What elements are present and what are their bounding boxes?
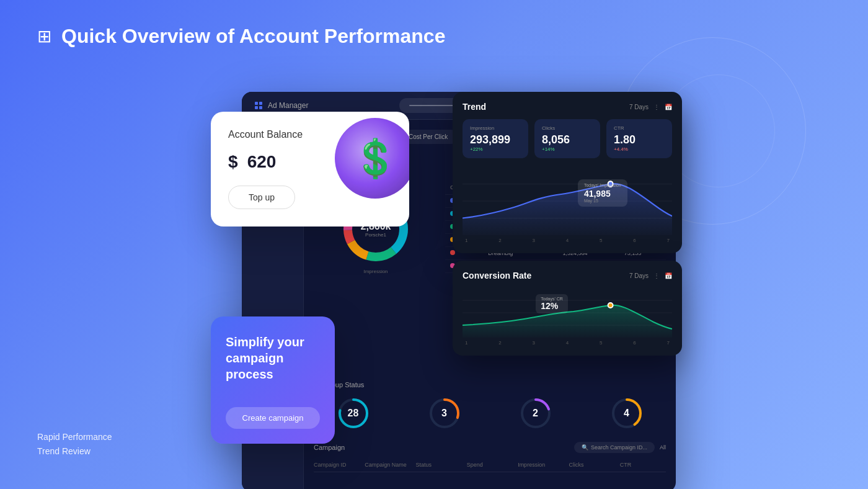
ad-manager-icon (254, 101, 263, 110)
campaign-section-title: Campaign (314, 444, 345, 451)
ctr-change: +4.4% (614, 146, 665, 152)
impression-label: Impression (470, 125, 521, 131)
page-header: ⊞ Quick Overview of Account Performance (37, 25, 445, 48)
svg-rect-1 (259, 102, 262, 105)
trend-card: Trend 7 Days ⋮ 📅 Impression 293,899 +22%… (453, 92, 682, 253)
calendar-icon[interactable]: 📅 (665, 104, 672, 110)
clicks-label: Clicks (542, 125, 593, 131)
conversion-more-icon[interactable]: ⋮ (653, 272, 660, 279)
conversion-x-labels: 1 2 3 4 5 6 7 (463, 340, 672, 346)
metric-impression: Impression 293,899 +22% (463, 119, 528, 158)
tooltip-date: May 15 (584, 199, 621, 203)
more-options-icon[interactable]: ⋮ (653, 104, 660, 110)
campaign-col-6: CTR (620, 462, 666, 468)
campaign-section-header: Campaign 🔍 Search Campaign ID... All (314, 442, 666, 453)
balance-value: 620 (247, 152, 277, 171)
campaign-promo-title: Simplify your campaign process (226, 334, 320, 382)
conversion-tooltip-value: 12% (541, 301, 563, 311)
campaign-col-1: Campaign Name (365, 462, 410, 468)
grid-icon: ⊞ (37, 26, 51, 47)
balance-currency: $ (228, 152, 238, 171)
metric-clicks: Clicks 8,056 +14% (534, 119, 600, 158)
conversion-title: Conversion Rate (463, 271, 531, 280)
campaign-col-3: Spend (467, 462, 513, 468)
tooltip-label: Todays' Impression (584, 183, 621, 187)
x-label-7: 7 (667, 238, 670, 243)
trend-controls: 7 Days ⋮ 📅 (629, 104, 672, 110)
impression-value: 293,899 (470, 133, 521, 146)
search-placeholder: Search Campaign ID... (591, 444, 647, 451)
conversion-period: 7 Days (629, 272, 649, 279)
svg-rect-0 (255, 102, 258, 105)
campaign-col-2: Status (416, 462, 462, 468)
circle-container-3: 4 (609, 396, 644, 431)
trend-card-header: Trend 7 Days ⋮ 📅 (463, 102, 672, 112)
tab-cpc-label: Cost Per Click (409, 133, 448, 140)
right-panel: Trend 7 Days ⋮ 📅 Impression 293,899 +22%… (453, 92, 682, 356)
x-label-2: 2 (498, 238, 501, 243)
ctr-value: 1.80 (614, 133, 665, 146)
adgroup-item-2: 2 Out of Budget (496, 396, 575, 440)
trend-tooltip: Todays' Impression 41,985 May 15 (578, 179, 627, 207)
campaign-col-5: Clicks (569, 462, 614, 468)
conversion-card: Conversion Rate 7 Days ⋮ 📅 Todays' CR 12… (453, 261, 682, 356)
filter-label: All (660, 444, 666, 451)
conversion-calendar-icon[interactable]: 📅 (665, 272, 672, 279)
conversion-controls: 7 Days ⋮ 📅 (629, 272, 672, 279)
svg-rect-3 (259, 106, 262, 109)
conversion-tooltip: Todays' CR 12% (536, 294, 568, 313)
svg-point-18 (608, 303, 613, 308)
x-label-6: 6 (633, 238, 636, 243)
page-title: Quick Overview of Account Performance (61, 25, 445, 48)
conv-x-4: 4 (566, 340, 569, 346)
adgroup-item-3: 4 Underperforming (587, 396, 666, 440)
x-label-1: 1 (465, 238, 467, 243)
create-campaign-button[interactable]: Create campaign (226, 407, 320, 429)
conv-x-3: 3 (533, 340, 535, 346)
conversion-tooltip-label: Todays' CR (541, 297, 563, 301)
metric-boxes: Impression 293,899 +22% Clicks 8,056 +14… (463, 119, 672, 158)
campaign-table-header: Campaign IDCampaign NameStatusSpendImpre… (314, 458, 666, 472)
conv-x-7: 7 (667, 340, 670, 346)
x-label-3: 3 (533, 238, 535, 243)
x-label-4: 4 (566, 238, 569, 243)
conv-x-2: 2 (498, 340, 501, 346)
bottom-text-line2: Trend Review (37, 444, 112, 458)
circle-container-1: 3 (427, 396, 462, 431)
trend-period: 7 Days (629, 104, 649, 110)
trend-chart-svg (463, 167, 672, 235)
donut-impression-label: Impression (314, 269, 438, 274)
adgroup-circles: 28 Active campaign 3 Disapproved 2 Out o… (314, 396, 666, 440)
impression-change: +22% (470, 146, 521, 152)
campaign-controls: 🔍 Search Campaign ID... All (574, 442, 666, 453)
tooltip-value: 41,985 (584, 189, 621, 199)
campaign-promo-card: Simplify your campaign process Create ca… (211, 316, 335, 444)
circle-value-3: 4 (624, 408, 629, 419)
circle-value-0: 28 (348, 408, 359, 419)
coin-illustration: 💲 (335, 118, 409, 199)
trend-x-labels: 1 2 3 4 5 6 7 (463, 238, 672, 243)
circle-value-2: 2 (533, 408, 538, 419)
campaign-search[interactable]: 🔍 Search Campaign ID... (574, 442, 655, 453)
adgroup-title: Ad Group Status (314, 381, 666, 388)
clicks-value: 8,056 (542, 133, 593, 146)
conv-x-5: 5 (600, 340, 602, 346)
campaign-col-0: Campaign ID (314, 462, 360, 468)
svg-rect-2 (255, 106, 258, 109)
conv-x-6: 6 (633, 340, 636, 346)
bottom-left-text: Rapid Performance Trend Review (37, 430, 112, 458)
conversion-card-header: Conversion Rate 7 Days ⋮ 📅 (463, 271, 672, 280)
topup-button[interactable]: Top up (228, 186, 295, 209)
ctr-label: CTR (614, 125, 665, 131)
trend-chart-area: Todays' Impression 41,985 May 15 (463, 167, 672, 235)
clicks-change: +14% (542, 146, 593, 152)
x-label-5: 5 (600, 238, 602, 243)
campaign-section: Campaign 🔍 Search Campaign ID... All Cam… (304, 434, 676, 480)
adgroup-item-1: 3 Disapproved (405, 396, 484, 440)
conv-x-1: 1 (465, 340, 467, 346)
account-balance-card: Account Balance $ 620 💲 Top up (211, 112, 409, 227)
circle-value-1: 3 (441, 408, 447, 419)
trend-title: Trend (463, 102, 486, 112)
donut-label: Porsche1 (361, 232, 391, 238)
campaign-col-4: Impression (518, 462, 564, 468)
